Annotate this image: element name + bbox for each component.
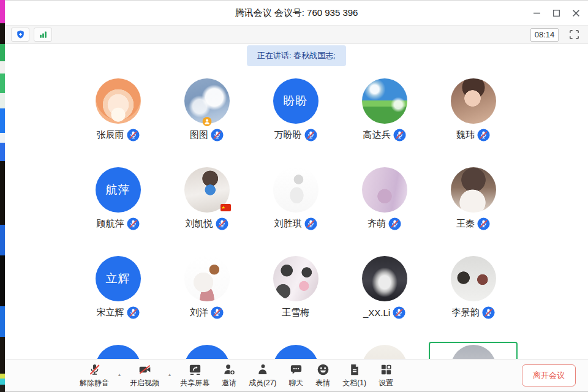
toolbar-item-share-screen[interactable]: 共享屏幕: [174, 363, 216, 388]
participant-图图[interactable]: 图图: [162, 78, 251, 167]
flag-star-icon: ★: [222, 205, 225, 209]
fullscreen-button[interactable]: [566, 28, 582, 42]
toolbar-icon: [379, 363, 393, 377]
participant-avatar: ★: [184, 167, 230, 213]
participant-齐萌[interactable]: 齐萌: [340, 167, 429, 256]
close-button[interactable]: [566, 4, 586, 22]
meeting-timer: 08:14: [530, 28, 559, 42]
toolbar-items: 解除静音 ▲ 开启视频 ▲ 共享屏幕 邀请 成员(27) 聊天 表情 文档(1)…: [74, 363, 399, 388]
toolbar-item-invite[interactable]: 邀请: [216, 363, 243, 388]
participant-row: 航萍 顾航萍 ★ 刘凯悦 刘胜琪: [74, 167, 519, 256]
toolbar-item-settings[interactable]: 设置: [372, 363, 399, 388]
toolbar-icon: [222, 363, 236, 377]
participant-avatar: [362, 345, 407, 359]
fullscreen-icon: [568, 29, 580, 40]
participant-张辰雨[interactable]: 张辰雨: [74, 78, 162, 167]
participant-name-row: _XX.Li: [363, 306, 405, 319]
maximize-button[interactable]: [546, 4, 566, 22]
options-arrow-mic-muted[interactable]: ▲: [115, 372, 124, 377]
flag-badge: ★: [221, 204, 231, 211]
participant-刘凯悦[interactable]: ★ 刘凯悦: [162, 167, 251, 256]
participant-name: 万盼盼: [274, 129, 302, 141]
mic-muted-badge: [127, 217, 140, 230]
mic-muted-badge: [388, 217, 401, 230]
participant-avatar: [362, 78, 407, 124]
participant-魏玮[interactable]: 魏玮: [429, 78, 518, 167]
mic-muted-badge: [127, 129, 140, 141]
toolbar-label: 成员(27): [249, 378, 276, 388]
mic-muted-badge: [393, 129, 406, 141]
participant-name-row: 齐萌: [368, 217, 401, 230]
toolbar-label: 设置: [379, 378, 393, 388]
toolbar-label: 文档(1): [342, 378, 366, 388]
network-signal-button[interactable]: [34, 28, 52, 42]
maximize-icon: [552, 9, 560, 17]
mic-muted-badge: [304, 129, 317, 141]
participant-avatar: [362, 167, 407, 213]
participant-_XX.Li[interactable]: _XX.Li: [340, 256, 429, 345]
toolbar-label: 邀请: [222, 378, 236, 388]
toolbar-item-mic-muted[interactable]: 解除静音: [74, 363, 115, 388]
participant-高达兵[interactable]: 高达兵: [340, 78, 429, 167]
participant-avatar: [273, 167, 318, 213]
participant-cell[interactable]: [340, 345, 429, 359]
mic-muted-badge: [211, 306, 224, 319]
toolbar-item-doc[interactable]: 文档(1): [336, 363, 372, 388]
security-shield-button[interactable]: [11, 28, 29, 42]
participant-name: 王秦: [456, 218, 475, 230]
minimize-button[interactable]: [527, 4, 546, 22]
participant-刘洋[interactable]: 刘洋: [162, 256, 251, 345]
participant-刘胜琪[interactable]: 刘胜琪: [251, 167, 340, 256]
participant-name-row: 王秦: [456, 217, 490, 230]
participant-name-row: 王雪梅: [282, 306, 309, 319]
network-signal-icon: [38, 29, 48, 40]
leave-meeting-button[interactable]: 离开会议: [522, 364, 576, 386]
participant-name: 宋立辉: [97, 307, 124, 318]
mic-muted-badge: [216, 217, 228, 230]
participant-name-row: 李景韵: [452, 306, 495, 319]
participant-row: 立辉 宋立辉 刘洋 王雪梅: [74, 256, 519, 345]
participant-宋立辉[interactable]: 立辉 宋立辉: [74, 256, 162, 345]
avatar-initials: 立辉: [106, 271, 130, 287]
avatar-initials: 盼盼: [284, 93, 308, 109]
toolbar-label: 表情: [315, 378, 330, 388]
participant-王秦[interactable]: 王秦: [429, 167, 518, 256]
participant-name: 刘凯悦: [186, 218, 213, 230]
participant-name-row: 刘洋: [190, 306, 224, 319]
participant-cell[interactable]: [162, 345, 251, 359]
participant-李景韵[interactable]: 李景韵: [429, 256, 518, 345]
participant-万盼盼[interactable]: 盼盼 万盼盼: [251, 78, 340, 167]
participant-name: 王雪梅: [282, 307, 309, 318]
toolbar-item-chat[interactable]: 聊天: [282, 363, 309, 388]
participant-name-row: 刘胜琪: [274, 217, 317, 230]
mic-muted-badge: [127, 306, 140, 319]
toolbar-label: 解除静音: [80, 378, 109, 388]
toolbar-item-camera-off[interactable]: 开启视频: [124, 363, 165, 388]
toolbar: 解除静音 ▲ 开启视频 ▲ 共享屏幕 邀请 成员(27) 聊天 表情 文档(1)…: [5, 359, 588, 391]
toolbar-label: 开启视频: [130, 378, 159, 388]
options-arrow-camera-off[interactable]: ▲: [165, 372, 174, 377]
participant-name: 刘洋: [190, 307, 208, 318]
toolbar-item-emoji[interactable]: 表情: [309, 363, 336, 388]
participant-avatar: [451, 78, 496, 124]
participant-row: 张辰雨 图图 盼盼 万盼盼: [74, 78, 519, 167]
participant-name-row: 魏玮: [456, 128, 490, 141]
participant-王雪梅[interactable]: 王雪梅: [251, 256, 340, 345]
participant-cell[interactable]: [251, 345, 340, 359]
participant-grid: 张辰雨 图图 盼盼 万盼盼: [74, 78, 519, 359]
member-role-badge: [202, 117, 211, 126]
participant-name-row: 高达兵: [363, 128, 406, 141]
participant-avatar: [96, 78, 141, 124]
toolbar-item-member[interactable]: 成员(27): [243, 363, 282, 388]
meeting-window: 腾讯会议 会议号: 760 935 396 08:14: [5, 0, 588, 392]
participant-顾航萍[interactable]: 航萍 顾航萍: [74, 167, 162, 256]
participant-cell[interactable]: [74, 345, 162, 359]
participant-cell[interactable]: [429, 345, 518, 359]
participant-name-row: 图图: [190, 128, 224, 141]
window-title: 腾讯会议 会议号: 760 935 396: [235, 7, 358, 19]
participant-name-row: 万盼盼: [274, 128, 317, 141]
participant-name-row: 顾航萍: [97, 217, 140, 230]
mic-muted-badge: [393, 306, 405, 319]
participant-name: 齐萌: [368, 218, 386, 230]
participant-name: 张辰雨: [97, 129, 124, 141]
